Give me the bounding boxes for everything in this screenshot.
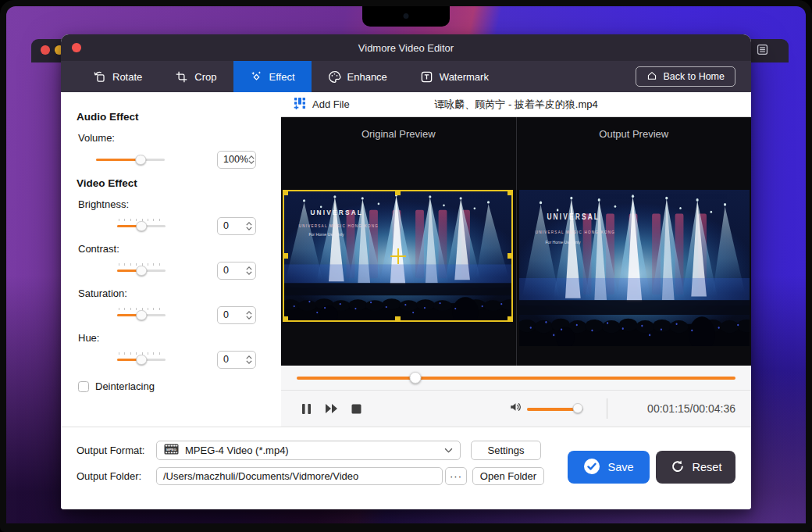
save-button[interactable]: Save — [568, 451, 650, 484]
output-video: UNIVERSAL UNIVERSAL MUSIC HONG KONG For … — [519, 190, 750, 346]
list-icon[interactable] — [756, 43, 769, 59]
slider-thumb[interactable] — [136, 310, 147, 321]
effect-slider-saturation[interactable] — [117, 309, 166, 321]
mpeg-format-icon: MPEG — [164, 444, 179, 457]
add-file-label: Add File — [312, 98, 350, 110]
chevron-down-icon — [444, 448, 453, 453]
slider-thumb[interactable] — [572, 403, 582, 413]
saturation-spinner[interactable]: 0 — [217, 306, 256, 324]
current-filename: 谭咏麟、顾芮宁 - 披着羊皮的狼.mp4 — [281, 98, 751, 112]
close-button[interactable] — [72, 43, 81, 52]
browse-button[interactable]: ··· — [445, 467, 467, 485]
effect-sparkles-icon — [250, 70, 263, 84]
crop-handle[interactable] — [395, 190, 401, 195]
crop-selection[interactable] — [283, 190, 513, 322]
tab-label: Enhance — [347, 71, 387, 83]
stepper-arrows[interactable] — [246, 266, 252, 275]
stop-button[interactable] — [351, 404, 361, 414]
preview-area: Original Preview — [281, 117, 751, 366]
pause-button[interactable] — [301, 403, 312, 415]
tab-label: Watermark — [440, 71, 489, 83]
close-window-button[interactable] — [41, 45, 50, 55]
laptop-screen: Vidmore Video Editor Rotate Crop Effect … — [6, 6, 806, 523]
crop-handle[interactable] — [283, 190, 288, 195]
effect-slider-hue[interactable] — [117, 354, 166, 366]
output-preview-label: Output Preview — [517, 128, 752, 140]
stepper-arrows[interactable] — [248, 155, 255, 164]
tab-enhance[interactable]: Enhance — [312, 61, 404, 92]
reset-icon — [670, 459, 686, 477]
tab-label: Crop — [194, 71, 216, 83]
slider-fill — [527, 408, 578, 411]
svg-text:MPEG: MPEG — [166, 448, 177, 452]
progress-thumb[interactable] — [409, 372, 421, 384]
deinterlacing-checkbox[interactable] — [78, 381, 89, 392]
audio-effect-title: Audio Effect — [77, 111, 281, 123]
output-format-label: Output Format: — [77, 445, 156, 456]
saturation-label: Saturation: — [78, 287, 281, 299]
fast-forward-button[interactable] — [325, 403, 338, 414]
slider-fill — [96, 159, 141, 162]
ellipsis-icon: ··· — [450, 470, 462, 482]
original-preview-pane: Original Preview — [281, 117, 516, 366]
stepper-arrows[interactable] — [246, 355, 252, 364]
crop-handle[interactable] — [283, 253, 288, 259]
crop-handle[interactable] — [395, 316, 401, 322]
slider-thumb[interactable] — [136, 266, 147, 277]
progress-slider[interactable] — [297, 372, 735, 384]
slider-thumb[interactable] — [136, 221, 147, 232]
hue-value: 0 — [223, 354, 229, 365]
open-folder-button[interactable]: Open Folder — [472, 467, 544, 485]
saturation-value: 0 — [223, 309, 229, 320]
effect-slider-contrast[interactable] — [117, 265, 166, 277]
tab-watermark[interactable]: Watermark — [404, 61, 505, 92]
contrast-spinner[interactable]: 0 — [217, 262, 256, 280]
player-volume-slider[interactable] — [527, 403, 583, 414]
add-file-button[interactable]: Add File — [294, 97, 350, 112]
tab-rotate[interactable]: Rotate — [77, 61, 158, 92]
brightness-label: Brightness: — [78, 198, 281, 210]
crop-handle[interactable] — [508, 316, 513, 322]
tab-effect[interactable]: Effect — [233, 61, 312, 92]
watermark-brand: UNIVERSAL — [547, 212, 600, 221]
tab-label: Effect — [269, 71, 295, 83]
output-folder-field[interactable]: /Users/maczhuli/Documents/Vidmore/Video — [156, 467, 443, 485]
stepper-arrows[interactable] — [246, 311, 252, 320]
stepper-arrows[interactable] — [246, 222, 252, 230]
crop-handle[interactable] — [508, 190, 513, 195]
speaker-icon[interactable] — [509, 401, 522, 416]
output-folder-value: /Users/maczhuli/Documents/Vidmore/Video — [163, 470, 358, 482]
effect-slider-brightness[interactable] — [117, 220, 166, 232]
window-title: Vidmore Video Editor — [358, 42, 454, 54]
display-notch — [362, 6, 450, 27]
tab-crop[interactable]: Crop — [158, 61, 233, 92]
volume-value: 100% — [223, 154, 248, 165]
reset-button[interactable]: Reset — [656, 451, 735, 484]
progress-track[interactable] — [297, 377, 735, 380]
settings-label: Settings — [488, 445, 525, 456]
crop-handle[interactable] — [508, 253, 513, 259]
output-folder-label: Output Folder: — [77, 470, 156, 482]
brightness-spinner[interactable]: 0 — [217, 217, 256, 235]
settings-button[interactable]: Settings — [471, 441, 541, 460]
tab-bar: Rotate Crop Effect Enhance Watermark Bac… — [61, 61, 751, 92]
home-icon — [646, 70, 657, 84]
contrast-value: 0 — [223, 265, 229, 276]
volume-label: Volume: — [78, 132, 281, 144]
progress-bar-row — [281, 366, 751, 391]
divider — [607, 398, 607, 419]
video-effect-title: Video Effect — [77, 177, 281, 189]
volume-spinner[interactable]: 100% — [217, 151, 256, 169]
back-to-home-button[interactable]: Back to Home — [636, 66, 735, 87]
hue-spinner[interactable]: 0 — [217, 351, 256, 369]
output-format-select[interactable]: MPEG MPEG-4 Video (*.mp4) — [156, 441, 461, 460]
original-preview-label: Original Preview — [281, 128, 516, 140]
hue-label: Hue: — [78, 332, 281, 344]
slider-thumb[interactable] — [135, 155, 146, 166]
save-label: Save — [607, 461, 633, 473]
crop-handle[interactable] — [283, 316, 288, 322]
add-file-icon — [294, 97, 306, 112]
slider-thumb[interactable] — [136, 355, 147, 366]
volume-slider[interactable] — [96, 154, 165, 166]
file-bar: 谭咏麟、顾芮宁 - 披着羊皮的狼.mp4 Add File — [281, 92, 751, 117]
